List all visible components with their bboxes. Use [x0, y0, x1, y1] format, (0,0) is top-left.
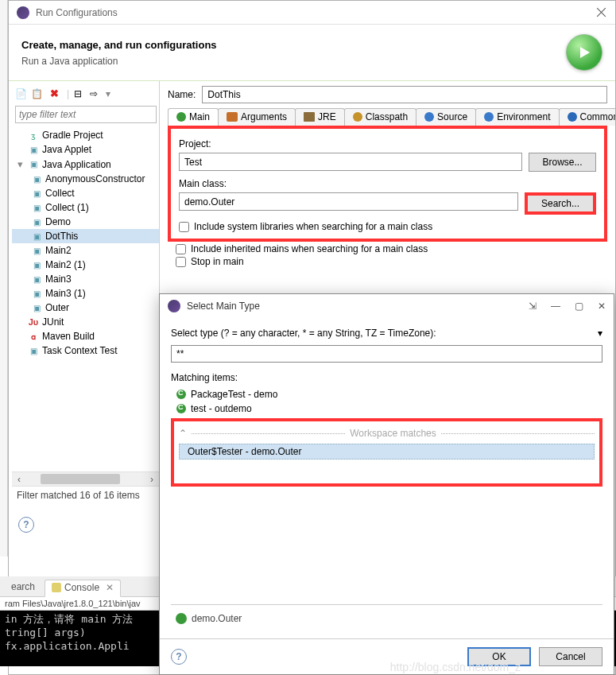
- tree-main3[interactable]: ▣Main3: [12, 272, 159, 286]
- select-main-type-dialog: Select Main Type ⇲ — ▢ ✕ Select type (? …: [159, 293, 614, 675]
- new-config-icon[interactable]: 📄: [15, 88, 26, 99]
- tree-main2-1[interactable]: ▣Main2 (1): [12, 258, 159, 272]
- tree-task-context[interactable]: ▣Task Context Test: [12, 343, 159, 358]
- tree-gradle[interactable]: ʒGradle Project: [12, 128, 159, 142]
- tab-search[interactable]: earch: [5, 580, 41, 596]
- tree-collect[interactable]: ▣Collect: [12, 186, 159, 200]
- popup-title: Select Main Type: [187, 301, 529, 312]
- tree-java-applet[interactable]: ▣Java Applet: [12, 142, 159, 157]
- header-title: Create, manage, and run configurations: [21, 39, 566, 51]
- cb-stop-in-main[interactable]: [176, 257, 186, 267]
- run-icon: [566, 34, 602, 71]
- delete-icon[interactable]: ✖: [50, 87, 59, 99]
- dropdown-icon[interactable]: ▾: [106, 88, 110, 99]
- eclipse-icon: [168, 300, 180, 312]
- eclipse-icon: [17, 6, 29, 19]
- popup-footer-info: demo.Outer: [171, 604, 602, 632]
- match-item[interactable]: test - outdemo: [172, 402, 602, 416]
- popup-titlebar: Select Main Type ⇲ — ▢ ✕: [160, 294, 614, 318]
- tabs: Main Arguments JRE Classpath Source Envi…: [168, 108, 607, 126]
- project-label: Project:: [179, 138, 596, 149]
- filter-input[interactable]: [15, 106, 157, 123]
- left-toolbar: 📄 📋 ✖ | ⊟ ⇨ ▾: [12, 86, 159, 104]
- close-icon[interactable]: [596, 7, 607, 18]
- tab-classpath[interactable]: Classpath: [344, 108, 416, 126]
- header-subtitle: Run a Java application: [21, 56, 566, 67]
- popup-prompt: Select type (? = any character, * = any …: [171, 328, 602, 339]
- workspace-matches-highlight: ⌃Workspace matches Outer$Tester - demo.O…: [171, 418, 602, 487]
- dialog-header: Create, manage, and run configurations R…: [9, 25, 615, 81]
- class-icon: [176, 390, 186, 399]
- console-icon: [52, 583, 61, 592]
- maximize-icon[interactable]: ▢: [575, 301, 583, 312]
- tab-common[interactable]: Common: [559, 108, 616, 126]
- filter-icon[interactable]: ⇨: [90, 88, 101, 99]
- mainclass-input[interactable]: [179, 192, 518, 211]
- tab-arguments[interactable]: Arguments: [218, 108, 296, 126]
- duplicate-icon[interactable]: 📋: [31, 88, 42, 99]
- cb-inherited-mains[interactable]: [176, 244, 186, 254]
- restore-icon[interactable]: ⇲: [529, 301, 537, 312]
- tab-environment[interactable]: Environment: [475, 108, 559, 126]
- tab-source[interactable]: Source: [416, 108, 476, 126]
- tree-maven[interactable]: ɑMaven Build: [12, 329, 159, 343]
- filter-status: Filter matched 16 of 16 items: [12, 486, 159, 504]
- dropdown-icon[interactable]: ▾: [598, 328, 602, 339]
- class-icon: [176, 404, 186, 413]
- titlebar: Run Configurations: [9, 1, 615, 25]
- selected-match[interactable]: Outer$Tester - demo.Outer: [179, 444, 595, 460]
- main-tab-highlight: Project: Browse... Main class: Search...…: [168, 126, 607, 242]
- tab-main[interactable]: Main: [168, 108, 219, 126]
- help-icon[interactable]: ?: [18, 517, 34, 533]
- left-panel: 📄 📋 ✖ | ⊟ ⇨ ▾ ʒGradle Project ▣Java Appl…: [9, 81, 160, 550]
- editor-sliver: [0, 0, 8, 557]
- cb-system-libs[interactable]: [179, 222, 189, 232]
- project-input[interactable]: [179, 153, 522, 171]
- tab-console[interactable]: Console✕: [45, 580, 121, 597]
- name-label: Name:: [168, 89, 196, 100]
- minimize-icon[interactable]: —: [551, 301, 560, 312]
- mainclass-label: Main class:: [179, 178, 596, 189]
- tree-java-application[interactable]: ▾▣Java Application: [12, 157, 159, 172]
- tree-anonymous[interactable]: ▣AnonymousConstructor: [12, 172, 159, 186]
- cancel-button[interactable]: Cancel: [539, 647, 602, 666]
- window-title: Run Configurations: [36, 7, 596, 18]
- svg-marker-0: [580, 47, 590, 58]
- tab-jre[interactable]: JRE: [295, 108, 345, 126]
- collapse-icon[interactable]: ⊟: [74, 88, 85, 99]
- browse-button[interactable]: Browse...: [529, 153, 596, 172]
- tree-outer[interactable]: ▣Outer: [12, 301, 159, 315]
- tree-scrollbar[interactable]: ‹›: [12, 471, 159, 486]
- matching-label: Matching items:: [171, 372, 602, 383]
- search-button[interactable]: Search...: [525, 192, 596, 215]
- close-icon[interactable]: ✕: [598, 301, 606, 312]
- name-input[interactable]: [202, 86, 607, 103]
- workspace-separator: ⌃Workspace matches: [179, 428, 595, 439]
- class-icon: [176, 613, 187, 624]
- help-icon[interactable]: ?: [171, 649, 187, 665]
- type-search-input[interactable]: [171, 345, 602, 363]
- tree-junit[interactable]: JυJUnit: [12, 315, 159, 329]
- tree-main3-1[interactable]: ▣Main3 (1): [12, 286, 159, 301]
- tree-main2[interactable]: ▣Main2: [12, 243, 159, 258]
- tree-collect1[interactable]: ▣Collect (1): [12, 200, 159, 215]
- tree-dotthis[interactable]: ▣DotThis: [12, 229, 159, 243]
- tree-demo[interactable]: ▣Demo: [12, 215, 159, 229]
- match-item[interactable]: PackageTest - demo: [172, 387, 602, 402]
- config-tree[interactable]: ʒGradle Project ▣Java Applet ▾▣Java Appl…: [12, 128, 159, 471]
- ok-button[interactable]: OK: [467, 647, 531, 666]
- console-close-icon[interactable]: ✕: [106, 582, 114, 593]
